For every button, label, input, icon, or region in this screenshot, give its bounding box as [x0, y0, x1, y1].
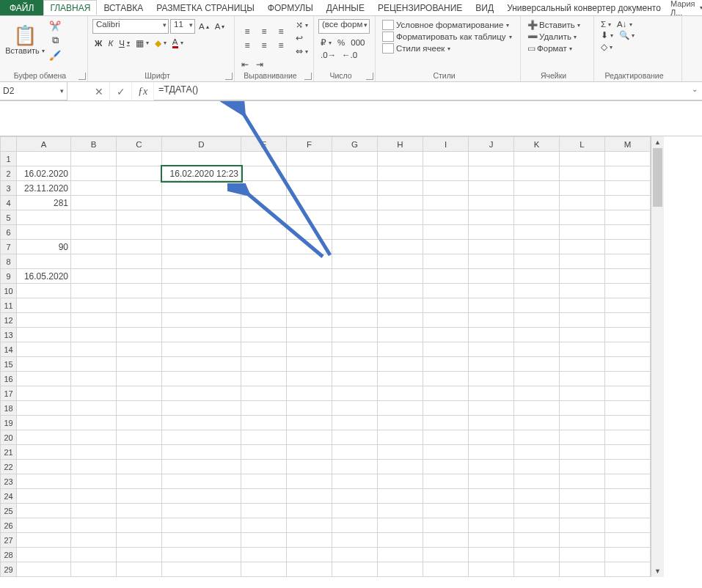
cell-I10[interactable] — [423, 284, 469, 298]
increase-font-button[interactable]: A▴ — [197, 21, 211, 32]
cell-I4[interactable] — [423, 196, 469, 210]
cell-B22[interactable] — [71, 460, 117, 474]
clipboard-dialog-launcher[interactable] — [78, 73, 86, 80]
cell-H29[interactable] — [378, 562, 423, 577]
cell-K19[interactable] — [514, 416, 560, 430]
cell-C13[interactable] — [117, 328, 162, 342]
formula-bar[interactable]: =ТДАТА() ⌄ — [154, 82, 702, 100]
cell-M28[interactable] — [605, 548, 651, 562]
comma-style-button[interactable]: 000 — [348, 37, 367, 48]
cell-M21[interactable] — [605, 445, 651, 460]
cell-H8[interactable] — [378, 254, 423, 269]
cell-C4[interactable] — [117, 196, 162, 210]
cell-J18[interactable] — [469, 401, 514, 416]
cell-C20[interactable] — [117, 430, 162, 445]
cell-F24[interactable] — [287, 489, 332, 504]
row-header-21[interactable]: 21 — [1, 445, 17, 460]
cell-K29[interactable] — [514, 562, 560, 577]
cell-G23[interactable] — [332, 474, 378, 489]
fill-button[interactable]: ⬇▾ — [599, 29, 615, 41]
cell-I17[interactable] — [423, 386, 469, 401]
cell-G2[interactable] — [332, 166, 378, 181]
cell-A24[interactable] — [17, 489, 71, 504]
cell-E5[interactable] — [241, 210, 287, 225]
sort-button[interactable]: A↓▾ — [615, 19, 634, 29]
cell-J22[interactable] — [469, 460, 514, 474]
cell-E11[interactable] — [241, 298, 287, 313]
cell-D10[interactable] — [162, 284, 241, 298]
cancel-formula-button[interactable]: ✕ — [88, 82, 110, 100]
cell-M6[interactable] — [605, 225, 651, 240]
cell-K2[interactable] — [514, 166, 560, 181]
row-header-2[interactable]: 2 — [1, 166, 17, 181]
cell-D11[interactable] — [162, 298, 241, 313]
cell-J24[interactable] — [469, 489, 514, 504]
cell-E4[interactable] — [241, 196, 287, 210]
cell-I3[interactable] — [423, 181, 469, 196]
cell-M17[interactable] — [605, 386, 651, 401]
row-header-13[interactable]: 13 — [1, 328, 17, 342]
cell-H25[interactable] — [378, 504, 423, 518]
cell-C9[interactable] — [117, 269, 162, 284]
cell-K18[interactable] — [514, 401, 560, 416]
tab-formulas[interactable]: ФОРМУЛЫ — [261, 0, 320, 15]
copy-button[interactable]: ⧉ — [48, 34, 62, 47]
cut-button[interactable]: ✂️ — [48, 19, 62, 32]
cell-E19[interactable] — [241, 416, 287, 430]
cell-D14[interactable] — [162, 342, 241, 357]
cell-B24[interactable] — [71, 489, 117, 504]
cell-B9[interactable] — [71, 269, 117, 284]
column-header-E[interactable]: E — [241, 137, 287, 152]
cell-K24[interactable] — [514, 489, 560, 504]
tab-file[interactable]: ФАЙЛ — [0, 0, 43, 15]
cell-I2[interactable] — [423, 166, 469, 181]
cell-A23[interactable] — [17, 474, 71, 489]
cell-F3[interactable] — [287, 181, 332, 196]
cell-E10[interactable] — [241, 284, 287, 298]
decrease-decimal-button[interactable]: ←.0 — [340, 50, 359, 60]
column-header-D[interactable]: D — [162, 137, 241, 152]
cell-L2[interactable] — [560, 166, 605, 181]
cell-M3[interactable] — [605, 181, 651, 196]
cell-L15[interactable] — [560, 357, 605, 372]
cell-E7[interactable] — [241, 240, 287, 254]
cell-B26[interactable] — [71, 518, 117, 533]
cell-E29[interactable] — [241, 562, 287, 577]
column-header-L[interactable]: L — [560, 137, 605, 152]
cell-F1[interactable] — [287, 152, 332, 166]
cell-A15[interactable] — [17, 357, 71, 372]
column-header-F[interactable]: F — [287, 137, 332, 152]
cell-B8[interactable] — [71, 254, 117, 269]
cell-E17[interactable] — [241, 386, 287, 401]
worksheet[interactable]: ABCDEFGHIJKLM1216.02.202016.02.2020 12:2… — [0, 136, 702, 577]
cell-C11[interactable] — [117, 298, 162, 313]
cell-E24[interactable] — [241, 489, 287, 504]
cell-K7[interactable] — [514, 240, 560, 254]
cell-A6[interactable] — [17, 225, 71, 240]
format-painter-button[interactable]: 🖌️ — [48, 48, 62, 62]
cell-A14[interactable] — [17, 342, 71, 357]
expand-formula-bar-button[interactable]: ⌄ — [692, 85, 698, 93]
cell-J17[interactable] — [469, 386, 514, 401]
cell-C3[interactable] — [117, 181, 162, 196]
cell-J28[interactable] — [469, 548, 514, 562]
row-header-8[interactable]: 8 — [1, 254, 17, 269]
cell-D18[interactable] — [162, 401, 241, 416]
cell-F15[interactable] — [287, 357, 332, 372]
cell-H5[interactable] — [378, 210, 423, 225]
cell-G16[interactable] — [332, 372, 378, 386]
cell-J6[interactable] — [469, 225, 514, 240]
cell-F19[interactable] — [287, 416, 332, 430]
cell-B1[interactable] — [71, 152, 117, 166]
cell-L11[interactable] — [560, 298, 605, 313]
cell-G7[interactable] — [332, 240, 378, 254]
cell-F9[interactable] — [287, 269, 332, 284]
cell-J11[interactable] — [469, 298, 514, 313]
wrap-text-button[interactable]: ↩ — [293, 32, 310, 44]
name-box[interactable]: D2 — [0, 82, 67, 100]
cell-B5[interactable] — [71, 210, 117, 225]
cell-F8[interactable] — [287, 254, 332, 269]
delete-cells-button[interactable]: ➖ Удалить▾ — [525, 31, 589, 43]
cell-A7[interactable]: 90 — [17, 240, 71, 254]
cell-H26[interactable] — [378, 518, 423, 533]
